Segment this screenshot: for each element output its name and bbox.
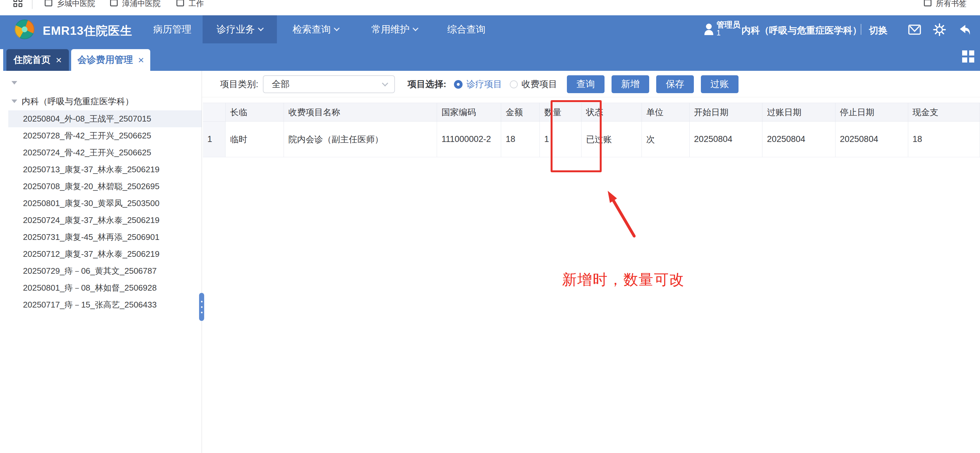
patient-list-item[interactable]: 20250731_康复-45_林再添_2506901 xyxy=(8,229,202,246)
query-button[interactable]: 查询 xyxy=(567,75,605,93)
nav-item-5[interactable]: 综合查询 xyxy=(447,15,485,43)
bookmark-folder-label: 工作 xyxy=(189,0,204,8)
bookmark-folder[interactable]: 漳浦中医院 xyxy=(110,0,161,8)
table-cell: 次 xyxy=(641,122,689,157)
column-header-过账日期: 过账日期 xyxy=(762,103,835,122)
chevron-down-icon xyxy=(334,25,339,31)
fee-toolbar: 项目类别: 全部 项目选择: 诊疗项目收费项目 查询新增保存过账 xyxy=(220,75,738,93)
table-cell: 已过账 xyxy=(582,122,642,157)
user-name: 管理员 xyxy=(716,21,740,29)
patient-list-item[interactable]: 20250724_康复-37_林永泰_2506219 xyxy=(8,212,202,229)
column-header-开始日期: 开始日期 xyxy=(689,103,762,122)
nav-item-label: 诊疗业务 xyxy=(216,23,255,36)
sidebar-collapse-handle[interactable] xyxy=(199,293,204,321)
column-header-现金支: 现金支 xyxy=(908,103,980,122)
nav-item-label: 检索查询 xyxy=(293,23,331,36)
tab-label: 会诊费用管理 xyxy=(78,54,133,66)
patient-list-item[interactable]: 20250713_康复-37_林永泰_2506219 xyxy=(8,161,202,178)
bookmark-folder-label: 漳浦中医院 xyxy=(122,0,161,8)
all-bookmarks-label: 所有书签 xyxy=(936,0,967,8)
chevron-down-icon xyxy=(412,25,418,31)
department-group-node[interactable]: 内科（呼吸与危重症医学科） xyxy=(22,96,134,107)
patient-list-item[interactable]: 20250724_骨-42_王开兴_2506625 xyxy=(8,144,202,161)
fee-table: 长临收费项目名称国家编码金额数量状态单位开始日期过账日期停止日期现金支 1临时院… xyxy=(203,103,980,157)
folder-icon xyxy=(110,0,118,6)
divider xyxy=(202,97,980,97)
category-label: 项目类别: xyxy=(220,78,258,90)
radio-label[interactable]: 收费项目 xyxy=(522,78,557,90)
table-cell: 20250804 xyxy=(835,122,908,157)
save-button[interactable]: 保存 xyxy=(656,75,694,93)
app-title: EMR13住院医生 xyxy=(43,23,132,39)
nav-item-4[interactable]: 常用维护 xyxy=(371,15,418,43)
nav-item-3[interactable]: 检索查询 xyxy=(293,15,339,43)
group-collapse-icon[interactable] xyxy=(11,100,17,103)
divider xyxy=(32,0,33,9)
splitter-line xyxy=(202,71,202,453)
table-cell: 20250804 xyxy=(689,122,762,157)
patient-list: 20250804_外-08_王战平_250701520250728_骨-42_王… xyxy=(0,110,202,313)
table-cell: 院内会诊（副主任医师） xyxy=(284,122,437,157)
bookmark-folder[interactable]: 工作 xyxy=(177,0,204,8)
patient-list-item[interactable]: 20250708_康复-20_林碧聪_2502695 xyxy=(8,178,202,195)
column-header-rownum xyxy=(203,103,226,122)
tab-会诊费用管理[interactable]: 会诊费用管理× xyxy=(71,49,150,71)
table-cell: 临时 xyxy=(226,122,284,157)
table-cell: 20250804 xyxy=(762,122,835,157)
column-header-金额: 金额 xyxy=(501,103,540,122)
nav-item-2[interactable]: 诊疗业务 xyxy=(202,15,277,43)
app-header: EMR13住院医生 病历管理诊疗业务检索查询常用维护综合查询 管理员 1 内科（… xyxy=(0,15,980,43)
radio-收费项目[interactable] xyxy=(510,80,518,88)
close-icon[interactable]: × xyxy=(56,55,62,65)
nav-item-1[interactable]: 病历管理 xyxy=(153,15,191,43)
undo-arrow-icon[interactable] xyxy=(958,23,971,37)
folder-icon xyxy=(177,0,184,6)
all-bookmarks-button[interactable]: 所有书签 xyxy=(924,0,967,8)
apps-grid-icon[interactable] xyxy=(13,0,23,8)
post-button[interactable]: 过账 xyxy=(701,75,738,93)
user-menu[interactable]: 管理员 1 xyxy=(704,21,740,37)
category-select-value: 全部 xyxy=(272,78,383,90)
tab-scroll-sliver xyxy=(0,49,3,71)
column-header-收费项目名称: 收费项目名称 xyxy=(284,103,437,122)
column-header-状态: 状态 xyxy=(582,103,642,122)
nav-item-label: 综合查询 xyxy=(447,23,485,36)
tab-overview-icon[interactable] xyxy=(962,51,974,62)
annotation-text: 新增时，数量可改 xyxy=(562,270,685,290)
close-icon[interactable]: × xyxy=(138,55,144,65)
table-cell: 111000002-2 xyxy=(437,122,501,157)
patient-list-item[interactable]: 20250801_痔－08_林如督_2506928 xyxy=(8,280,202,296)
annotation-arrow xyxy=(600,185,641,242)
patient-list-item[interactable]: 20250712_康复-37_林永泰_2506219 xyxy=(8,246,202,262)
bookmark-folder-label: 乡城中医院 xyxy=(57,0,95,8)
table-row[interactable]: 1临时院内会诊（副主任医师）111000002-2181已过账次20250804… xyxy=(203,122,980,157)
add-button[interactable]: 新增 xyxy=(611,75,649,93)
tab-住院首页[interactable]: 住院首页× xyxy=(6,49,69,71)
patient-tree-sidebar: 内科（呼吸与危重症医学科） 20250804_外-08_王战平_25070152… xyxy=(0,71,202,453)
bookmarks-bar: 乡城中医院漳浦中医院工作 所有书签 xyxy=(0,0,980,11)
radio-label[interactable]: 诊疗项目 xyxy=(466,78,502,90)
patient-list-item[interactable]: 20250728_骨-42_王开兴_2506625 xyxy=(8,127,202,144)
table-cell: 18 xyxy=(501,122,540,157)
column-header-数量: 数量 xyxy=(540,103,582,122)
radio-诊疗项目[interactable] xyxy=(454,80,463,89)
nav-item-label: 常用维护 xyxy=(371,23,410,36)
nav-item-label: 病历管理 xyxy=(153,23,191,36)
table-cell: 1 xyxy=(203,122,226,157)
item-choose-label: 项目选择: xyxy=(408,78,446,90)
mail-icon[interactable] xyxy=(908,23,921,37)
patient-list-item[interactable]: 20250801_康复-30_黄翠凤_2503500 xyxy=(8,195,202,212)
table-cell: 1 xyxy=(540,122,582,157)
switch-department-button[interactable]: 切换 xyxy=(869,24,888,37)
tab-label: 住院首页 xyxy=(14,54,51,66)
bookmark-folder[interactable]: 乡城中医院 xyxy=(45,0,95,8)
patient-list-item[interactable]: 20250804_外-08_王战平_2507015 xyxy=(8,110,202,127)
patient-list-item[interactable]: 20250729_痔－06_黄其文_2506787 xyxy=(8,262,202,280)
table-cell: 18 xyxy=(908,122,980,157)
column-header-单位: 单位 xyxy=(641,103,689,122)
tree-collapse-icon[interactable] xyxy=(11,81,17,84)
patient-list-item[interactable]: 20250717_痔－15_张高艺_2506433 xyxy=(8,296,202,313)
category-select[interactable]: 全部 xyxy=(263,75,395,93)
app-logo-icon xyxy=(15,19,35,39)
gear-icon[interactable] xyxy=(933,23,946,37)
